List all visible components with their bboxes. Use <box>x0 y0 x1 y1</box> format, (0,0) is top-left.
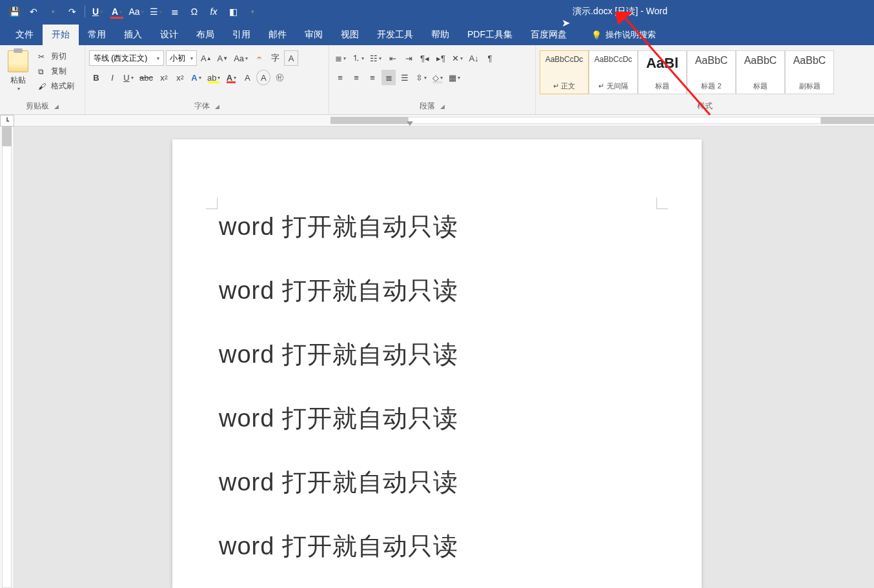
style-chip[interactable]: AaBbC标题 2 <box>687 50 736 94</box>
object-icon[interactable]: ◧ <box>224 3 242 21</box>
document-line[interactable]: word 打开就自动只读 <box>219 338 655 371</box>
tab-pdf[interactable]: PDF工具集 <box>458 25 522 45</box>
enclose-char-button[interactable]: A <box>256 70 270 85</box>
borders-button[interactable]: ▦▾ <box>447 70 462 85</box>
horizontal-ruler[interactable] <box>14 115 874 127</box>
formula-icon[interactable]: fx <box>205 3 223 21</box>
justify-button[interactable]: ≣ <box>381 70 396 85</box>
style-chip[interactable]: AaBbC标题 <box>736 50 785 94</box>
copy-button[interactable]: ⧉复制 <box>36 65 76 77</box>
text-effects-button[interactable]: A▾ <box>189 70 203 85</box>
align-icon[interactable]: ≣ <box>166 3 184 21</box>
underline-button[interactable]: U▾ <box>121 70 136 85</box>
distributed-button[interactable]: ☰ <box>398 70 412 85</box>
numbering-button[interactable]: ⒈▾ <box>350 50 366 66</box>
crop-mark-icon <box>656 198 668 209</box>
font-size-value: 小初 <box>170 53 185 64</box>
underline-icon[interactable]: U▾ <box>88 3 107 21</box>
bold-button[interactable]: B <box>89 70 103 85</box>
tab-home[interactable]: 开始 <box>43 25 79 45</box>
tab-file[interactable]: 文件 <box>6 25 43 45</box>
multilevel-button[interactable]: ☷▾ <box>368 50 383 66</box>
tab-layout[interactable]: 布局 <box>187 25 223 45</box>
font-size-icon[interactable]: Aa▾ <box>127 3 145 21</box>
char-border-button[interactable]: 字 <box>268 50 282 66</box>
font-color-button[interactable]: A▾ <box>224 70 238 85</box>
cut-button[interactable]: ✂剪切 <box>36 50 76 63</box>
window-title: 演示.docx [只读] - Word <box>573 6 667 17</box>
tab-developer[interactable]: 开发工具 <box>368 25 422 45</box>
tab-design[interactable]: 设计 <box>151 25 187 45</box>
clear-format-button[interactable]: A <box>284 50 298 66</box>
tab-view[interactable]: 视图 <box>332 25 368 45</box>
save-icon[interactable]: 💾 <box>5 3 23 21</box>
dialog-launcher-icon[interactable]: ◢ <box>54 103 59 110</box>
symbol-icon[interactable]: Ω <box>185 3 203 21</box>
align-left-button[interactable]: ≡ <box>333 70 347 85</box>
document-line[interactable]: word 打开就自动只读 <box>219 466 655 499</box>
decrease-indent-button[interactable]: ⇤ <box>385 50 400 66</box>
tab-selector-button[interactable]: ┗ <box>0 115 14 127</box>
superscript-button[interactable]: x2 <box>173 70 187 85</box>
document-scroll[interactable]: word 打开就自动只读word 打开就自动只读word 打开就自动只读word… <box>14 127 874 588</box>
line-spacing-button[interactable]: ⇳▾ <box>414 70 429 85</box>
group-paragraph: ≣▾ ⒈▾ ☷▾ ⇤ ⇥ ¶◂ ▸¶ ✕▾ A↓ ¶ ≡ ≡ ≡ ≣ ☰ ⇳▾ … <box>329 45 536 114</box>
change-case-button[interactable]: Aa▾ <box>232 50 250 66</box>
shading-button[interactable]: ◇▾ <box>431 70 445 85</box>
tell-me-search[interactable]: 💡 操作说明搜索 <box>585 25 662 45</box>
paste-label: 粘贴 <box>10 75 26 86</box>
phonetic-button[interactable]: 𝄐 <box>252 50 266 66</box>
tab-references[interactable]: 引用 <box>223 25 259 45</box>
style-name: 标题 <box>753 81 767 91</box>
shrink-font-button[interactable]: A▼ <box>216 50 230 66</box>
tab-baidu[interactable]: 百度网盘 <box>522 25 576 45</box>
undo-dropdown-icon[interactable]: ▾ <box>44 3 62 21</box>
style-preview: AaBbCcDc <box>545 55 584 64</box>
document-line[interactable]: word 打开就自动只读 <box>219 210 655 243</box>
style-chip[interactable]: AaBbCcDc↵ 正文 <box>540 50 589 94</box>
strike-button[interactable]: abc <box>137 70 155 85</box>
italic-button[interactable]: I <box>105 70 119 85</box>
ribbon-tabs: 文件 开始 常用 插入 设计 布局 引用 邮件 审阅 视图 开发工具 帮助 PD… <box>0 23 874 45</box>
document-line[interactable]: word 打开就自动只读 <box>219 274 655 307</box>
paste-button[interactable]: 粘贴 ▾ <box>4 48 32 92</box>
enclosed-char-button[interactable]: ㊓ <box>272 70 287 85</box>
tab-common[interactable]: 常用 <box>79 25 115 45</box>
ltr-button[interactable]: ¶◂ <box>418 50 432 66</box>
align-center-button[interactable]: ≡ <box>349 70 363 85</box>
style-chip[interactable]: AaBbC副标题 <box>785 50 834 94</box>
qat-more-icon[interactable]: ▾ <box>243 3 261 21</box>
align-right-button[interactable]: ≡ <box>365 70 380 85</box>
document-page[interactable]: word 打开就自动只读word 打开就自动只读word 打开就自动只读word… <box>172 139 702 588</box>
document-line[interactable]: word 打开就自动只读 <box>219 530 655 563</box>
font-size-combo[interactable]: 小初▾ <box>166 50 197 66</box>
tab-insert[interactable]: 插入 <box>115 25 151 45</box>
highlight-button[interactable]: ab▾ <box>205 70 222 85</box>
dialog-launcher-icon[interactable]: ◢ <box>215 103 219 110</box>
scissors-icon: ✂ <box>38 52 48 61</box>
list-icon[interactable]: ☰▾ <box>147 3 165 21</box>
rtl-button[interactable]: ▸¶ <box>434 50 448 66</box>
styles-gallery[interactable]: AaBbCcDc↵ 正文AaBbCcDc↵ 无间隔AaBl标题AaBbC标题 2… <box>540 50 834 96</box>
subscript-button[interactable]: x2 <box>157 70 171 85</box>
tab-review[interactable]: 审阅 <box>296 25 332 45</box>
redo-icon[interactable]: ↷ <box>63 3 81 21</box>
tab-mailings[interactable]: 邮件 <box>259 25 296 45</box>
style-chip[interactable]: AaBl标题 <box>638 50 687 94</box>
style-chip[interactable]: AaBbCcDc↵ 无间隔 <box>589 50 638 94</box>
font-color-icon[interactable]: A▾ <box>108 3 126 21</box>
sort-button[interactable]: A↓ <box>467 50 481 66</box>
show-marks-button[interactable]: ¶ <box>483 50 497 66</box>
asian-layout-button[interactable]: ✕▾ <box>450 50 465 66</box>
bullets-button[interactable]: ≣▾ <box>333 50 348 66</box>
grow-font-button[interactable]: A▲ <box>199 50 214 66</box>
increase-indent-button[interactable]: ⇥ <box>401 50 416 66</box>
undo-icon[interactable]: ↶ <box>25 3 43 21</box>
tab-help[interactable]: 帮助 <box>422 25 458 45</box>
format-painter-button[interactable]: 🖌格式刷 <box>36 80 76 92</box>
dialog-launcher-icon[interactable]: ◢ <box>440 103 445 110</box>
char-shading-button[interactable]: A <box>240 70 254 85</box>
font-name-combo[interactable]: 等线 (西文正文)▾ <box>89 50 164 66</box>
group-styles-label: 样式 <box>697 101 713 112</box>
document-line[interactable]: word 打开就自动只读 <box>219 402 655 435</box>
